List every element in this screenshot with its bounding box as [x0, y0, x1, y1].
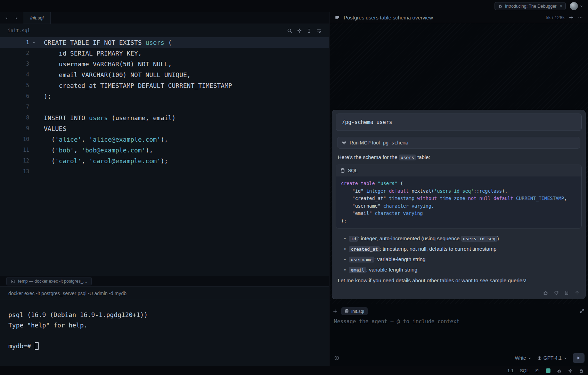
editor-pane: init.sql init.sql 1 CREATE TABLE IF NOT …: [0, 12, 329, 366]
code-line[interactable]: 9VALUES: [0, 123, 329, 134]
code-text: ('bob', 'bob@example.com'),: [39, 145, 153, 156]
line-number[interactable]: 8: [0, 112, 29, 123]
more-options-button[interactable]: [578, 15, 583, 20]
terminal-output[interactable]: psql (16.9 (Debian 16.9-1.pgdg120+1))Typ…: [0, 300, 329, 366]
titlebar: Introducing: The Debugger ×: [0, 0, 588, 12]
code-line[interactable]: 11 ('bob', 'bob@example.com'),: [0, 145, 329, 156]
context-strip: init.sql: [333, 306, 585, 316]
close-icon[interactable]: ×: [560, 3, 562, 9]
wrap-icon[interactable]: [316, 28, 321, 33]
code-line[interactable]: 3 username VARCHAR(50) NOT NULL,: [0, 59, 329, 69]
tab-init-sql[interactable]: init.sql: [23, 12, 51, 24]
code-line[interactable]: 1 CREATE TABLE IF NOT EXISTS users (: [0, 37, 329, 48]
debug-icon: [498, 4, 503, 8]
text-cursor-icon[interactable]: [307, 28, 312, 33]
line-number[interactable]: 6: [0, 91, 29, 102]
debugger-announcement-badge[interactable]: Introducing: The Debugger ×: [495, 2, 566, 10]
cursor-position[interactable]: 1:1: [507, 368, 514, 373]
bullet-marker: •: [344, 244, 346, 254]
terminal-icon: [11, 279, 15, 284]
code-text: );: [39, 91, 51, 102]
context-chip-init-sql[interactable]: init.sql: [341, 307, 368, 315]
code-text: id SERIAL PRIMARY KEY,: [39, 48, 142, 59]
breadcrumb[interactable]: init.sql: [8, 28, 30, 33]
terminal-cursor: [35, 342, 39, 350]
thread-title[interactable]: Postgres users table schema overview: [344, 15, 433, 20]
inline-assist-icon[interactable]: [297, 28, 302, 33]
copy-icon[interactable]: [564, 290, 569, 295]
code-line[interactable]: 10 ('alice', 'alice@example.com'),: [0, 134, 329, 145]
code-block-language: SQL: [348, 168, 358, 173]
lock-icon[interactable]: [579, 368, 584, 373]
tab-label: init.sql: [30, 15, 43, 20]
line-number[interactable]: 1: [0, 37, 29, 48]
code-line[interactable]: 2 id SERIAL PRIMARY KEY,: [0, 48, 329, 59]
chevron-down-icon: [528, 356, 532, 360]
code-text: username VARCHAR(50) NOT NULL,: [39, 59, 172, 69]
code-text: email VARCHAR(100) NOT NULL UNIQUE,: [39, 69, 191, 80]
sql-line: "created_at" timestamp without time zone…: [341, 195, 577, 202]
back-button[interactable]: [5, 15, 9, 20]
code-text: INSERT INTO users (username, email): [39, 112, 175, 123]
fold-chevron-icon[interactable]: [29, 37, 39, 48]
new-thread-button[interactable]: [569, 15, 574, 20]
code-line[interactable]: 12 ('carol', 'carol@example.com');: [0, 156, 329, 166]
code-line[interactable]: 7: [0, 102, 329, 112]
scroll-to-top-icon[interactable]: [574, 290, 580, 295]
assistant-sparkle-icon[interactable]: [568, 368, 573, 373]
line-number[interactable]: 4: [0, 69, 29, 80]
user-message[interactable]: /pg-schema users: [336, 114, 582, 131]
terminal-command-header: docker exec -it postgres_server psql -U …: [0, 287, 329, 300]
assistant-text: Here’s the schema for the users table:: [338, 153, 580, 161]
mode-selector[interactable]: Write: [515, 355, 531, 361]
line-number[interactable]: 11: [0, 145, 29, 156]
assistant-text: Let me know if you need details about ot…: [338, 277, 580, 283]
model-selector[interactable]: GPT-4.1: [537, 355, 567, 361]
code-line[interactable]: 4 email VARCHAR(100) NOT NULL UNIQUE,: [0, 69, 329, 80]
code-line[interactable]: 5 created_at TIMESTAMP DEFAULT CURRENT_T…: [0, 80, 329, 91]
agent-settings-icon[interactable]: [334, 355, 340, 361]
line-number[interactable]: 12: [0, 156, 29, 166]
plus-icon: [569, 15, 574, 20]
search-icon[interactable]: [287, 28, 292, 33]
debugger-badge-label: Introducing: The Debugger: [505, 4, 556, 9]
terminal-tab[interactable]: temp — docker exec -it postgres_…: [6, 277, 92, 285]
code-line[interactable]: 8INSERT INTO users (username, email): [0, 112, 329, 123]
code-editor[interactable]: 1 CREATE TABLE IF NOT EXISTS users ( 2 i…: [0, 37, 329, 276]
thread-history-icon[interactable]: [335, 15, 340, 20]
line-number[interactable]: 7: [0, 102, 29, 112]
line-number[interactable]: 10: [0, 134, 29, 145]
expand-icon[interactable]: [580, 309, 585, 314]
edit-prediction-icon[interactable]: Ƶ⁺: [535, 368, 540, 373]
language-selector[interactable]: SQL: [520, 368, 529, 373]
ellipsis-icon: [578, 15, 583, 20]
message-input[interactable]: [334, 318, 584, 348]
line-number[interactable]: 2: [0, 48, 29, 59]
code-block-header[interactable]: SQL: [336, 165, 581, 176]
forward-button[interactable]: [14, 15, 18, 20]
code-block-body: create table "users" ( "id" integer defa…: [336, 176, 581, 228]
breadcrumb-bar: init.sql: [0, 24, 329, 37]
copilot-icon[interactable]: [546, 368, 550, 373]
user-menu[interactable]: [570, 2, 583, 10]
composer-toolbar: Write GPT-4.1: [334, 353, 585, 363]
bullet-marker: •: [344, 265, 346, 275]
line-number[interactable]: 9: [0, 123, 29, 134]
editor-toolbar-icons: [287, 28, 321, 33]
line-number[interactable]: 3: [0, 59, 29, 69]
add-context-button[interactable]: [333, 309, 338, 314]
schema-bullet-list: •id: integer, auto-incremented (using se…: [344, 233, 582, 275]
code-line[interactable]: 13: [0, 166, 329, 177]
thumbs-down-icon[interactable]: [554, 290, 559, 295]
tool-call-name: pg-schema: [383, 140, 408, 145]
agent-panel-header: Postgres users table schema overview 5k …: [330, 12, 588, 23]
agent-thread-scroll[interactable]: /pg-schema users Run MCP tool pg-schema …: [330, 23, 588, 304]
line-number[interactable]: 5: [0, 80, 29, 91]
tool-call[interactable]: Run MCP tool pg-schema: [337, 137, 580, 149]
code-line[interactable]: 6);: [0, 91, 329, 102]
thumbs-up-icon[interactable]: [543, 290, 548, 295]
debugger-icon[interactable]: [557, 368, 562, 373]
code-text: CREATE TABLE IF NOT EXISTS users (: [39, 37, 172, 48]
send-button[interactable]: [573, 353, 585, 363]
line-number[interactable]: 13: [0, 166, 29, 177]
